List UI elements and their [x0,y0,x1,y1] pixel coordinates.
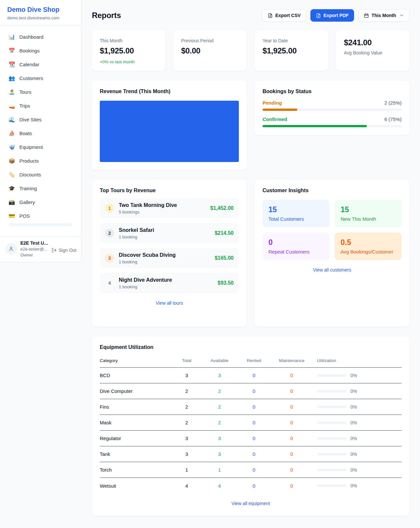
status-count: 2 (25%) [384,100,402,106]
sidebar-item-bookings[interactable]: 📅 Bookings [5,44,76,57]
sidebar-item-dashboard[interactable]: 📊 Dashboard [5,30,76,43]
tile-label: New This Month [341,216,396,222]
cell-total: 2 [172,420,201,425]
tile-avg-bookings-customer: 0.5 Avg Bookings/Customer [335,233,402,260]
cell-category: Regulator [100,436,172,441]
stat-card-avg-booking-value: $241.00 Avg Booking Value [336,30,410,71]
utilization-text: 0% [350,467,357,473]
utilization-text: 0% [350,436,357,441]
tile-new-this-month: 15 New This Month [335,200,402,227]
column-header-utilization: Utilization [313,358,402,363]
sidebar-item-gallery[interactable]: 📸 Gallery [5,196,76,209]
revenue-trend-card: Revenue Trend (This Month) [92,81,247,170]
sidebar-item-customers[interactable]: 👥 Customers [5,72,76,85]
table-header: Category Total Available Rented Maintena… [100,355,402,368]
sidebar-item-label: Trips [19,103,30,109]
sidebar-item-label: Gallery [19,199,35,205]
status-label: Pending [262,100,282,106]
shop-domain: demo.test.divestreams.com [7,15,74,20]
cell-rented: 0 [238,451,270,457]
tour-amount: $1,452.00 [206,205,234,211]
utilization-bar [317,484,346,487]
cell-available: 2 [201,388,238,394]
chevron-down-icon [399,13,404,18]
cell-category: Fins [100,404,172,410]
calendar-icon [364,13,369,18]
sidebar-item-label: Boats [19,131,32,136]
list-item: 4 Night Dive Adventure 1 booking $93.50 [100,273,239,293]
period-select[interactable]: This Month [358,9,410,22]
main-content: Reports Export CSV Export PDF This Month [81,0,420,516]
stat-value: $1,925.00 [100,46,158,55]
view-all-customers-link[interactable]: View all customers [313,267,351,273]
utilization-text: 0% [350,389,357,394]
sidebar-item-label: Dive Sites [19,117,42,122]
sidebar-item-dive-sites[interactable]: 🌊 Dive Sites [5,113,76,126]
view-all-equipment-link[interactable]: View all equipment [231,501,270,506]
cell-maintenance: 0 [270,483,313,489]
list-item: 1 Two Tank Morning Dive 5 bookings $1,45… [100,198,239,218]
stat-card-year-to-date: Year to Date $1,925.00 [255,30,328,71]
sign-out-button[interactable]: Sign Out [52,248,76,253]
shop-name: Demo Dive Shop [7,6,74,13]
cell-category: Tank [100,451,172,457]
view-all-tours-link[interactable]: View all tours [156,300,183,306]
tear-calendar-icon: 📆 [9,61,15,68]
export-pdf-button[interactable]: Export PDF [310,9,354,22]
tour-bookings: 1 booking [119,259,176,264]
cell-utilization: 0% [313,420,402,425]
sidebar-item-equipment[interactable]: 🤿 Equipment [5,141,76,153]
camera-icon: 📸 [9,199,15,205]
sidebar-item-pos[interactable]: 💳 POS [5,210,76,222]
user-email: e2e-tester@... [20,247,48,252]
sidebar-header: Demo Dive Shop demo.test.divestreams.com [0,0,81,26]
cell-maintenance: 0 [270,388,313,394]
tile-total-customers: 15 Total Customers [262,200,329,227]
sidebar-item-training[interactable]: 🎓 Training [5,182,76,195]
sidebar-item-tours[interactable]: 🏝️ Tours [5,86,76,98]
equipment-utilization-card: Equipment Utilization Category Total Ava… [92,336,410,516]
file-download-icon [316,13,321,18]
sidebar-item-calendar[interactable]: 📆 Calendar [5,58,76,71]
sidebar-item-label: Calendar [19,62,39,67]
status-label: Confirmed [262,116,287,122]
export-csv-button[interactable]: Export CSV [262,9,306,22]
stat-label: Avg Booking Value [344,50,402,55]
sidebar-item-boats[interactable]: ⛵ Boats [5,127,76,140]
cell-utilization: 0% [313,467,402,473]
sidebar-item-trips[interactable]: 🚤 Trips [5,99,76,112]
utilization-bar [317,421,346,424]
cell-category: Wetsuit [100,483,172,489]
sidebar-item-discounts[interactable]: 🏷️ Discounts [5,168,76,181]
sidebar-item-label: Training [19,186,37,191]
status-row-confirmed: Confirmed 6 (75%) [262,116,402,127]
sidebar-item-products[interactable]: 📦 Products [5,154,76,167]
cell-total: 2 [172,388,201,394]
rank-badge: 3 [105,254,114,263]
top-tours-title: Top Tours by Revenue [100,188,239,193]
cell-total: 1 [172,467,201,473]
progress-bar [262,109,402,111]
sidebar-nav: 📊 Dashboard 📅 Bookings 📆 Calendar 👥 Cust… [0,26,81,236]
tile-value: 15 [268,205,324,214]
tour-name: Two Tank Morning Dive [119,202,177,208]
column-header-category: Category [100,358,172,363]
utilization-text: 0% [350,373,357,378]
utilization-text: 0% [350,420,357,425]
status-count: 6 (75%) [384,116,402,122]
stat-card-this-month: This Month $1,925.00 +0% vs last month [92,30,165,71]
tour-name: Discover Scuba Diving [119,252,176,258]
cell-utilization: 0% [313,404,402,410]
stat-label: This Month [100,38,158,43]
stat-delta: +0% vs last month [100,59,158,64]
table-row: Regulator 3 3 0 0 0% [100,431,402,446]
cell-available: 1 [201,467,238,473]
cell-rented: 0 [238,388,270,394]
page-header: Reports Export CSV Export PDF This Month [92,9,410,22]
credit-card-icon: 💳 [9,213,15,219]
table-row: Dive Computer 2 2 0 0 0% [100,383,402,399]
cell-available: 2 [201,404,238,410]
tile-label: Repeat Customers [268,249,324,254]
cell-available: 3 [201,373,238,378]
person-icon [8,246,14,252]
